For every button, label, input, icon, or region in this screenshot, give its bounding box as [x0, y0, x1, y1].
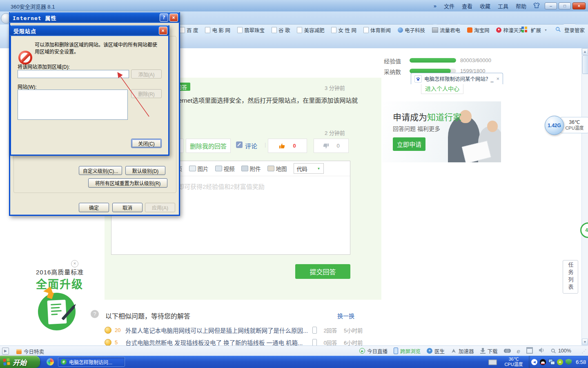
mobile-icon	[312, 327, 317, 334]
insert-image-button[interactable]: 图片	[189, 164, 209, 173]
keyboard-tray-icon[interactable]	[488, 359, 497, 365]
360-health-icon[interactable]: +	[557, 359, 563, 365]
menu-favorites[interactable]: 收藏	[476, 2, 494, 10]
window-mode-icon[interactable]	[526, 347, 533, 355]
promo-line1: 2016高质量标准	[36, 267, 84, 276]
maximize-button[interactable]: □	[559, 2, 571, 9]
code-dropdown[interactable]: 代码 ▼	[294, 163, 324, 174]
cpu-temp-widget: 36℃ CPU温度	[560, 117, 588, 133]
page-scrollbar[interactable]: ▲ ▼	[581, 48, 588, 346]
download-button[interactable]: 下载	[480, 347, 498, 355]
personal-center-button[interactable]: 进入个人中心	[421, 83, 463, 94]
doctor-button[interactable]: + 医生	[427, 347, 445, 355]
insert-video-button[interactable]: 视频	[215, 164, 235, 173]
reset-all-zones-button[interactable]: 将所有区域重置为默认级别(R)	[88, 178, 167, 188]
extensions-button[interactable]: 扩展	[531, 26, 541, 34]
screen: 360安全浏览器 8.1 » 文件 查看 收藏 工具 帮助 – □ × 4091…	[0, 0, 588, 368]
bookmark-item[interactable]: 电 影 网	[205, 26, 230, 34]
bookmark-item[interactable]: 体育新闻	[363, 26, 391, 34]
submit-answer-button[interactable]: 提交回答	[295, 264, 350, 279]
sidebar-toggle-icon[interactable]: ▶	[2, 348, 9, 355]
taskbar-task-button[interactable]: e 电脑怎样限制访问...	[58, 357, 125, 367]
booster-button[interactable]: 加速器	[451, 347, 474, 355]
hidden-icons-chevron-icon[interactable]: ◀	[531, 359, 537, 365]
bookmark-item[interactable]: 美容减肥	[297, 26, 324, 34]
code-caret-icon: ▼	[317, 167, 321, 171]
insert-map-button[interactable]: 地图	[267, 164, 287, 173]
play-icon: ▶	[359, 348, 365, 354]
bookmark-page-icon	[272, 27, 277, 33]
tab-restrict-website-active[interactable]: 电脑怎样限制访问某个网站？_百 ×	[411, 73, 503, 84]
security-shield-icon[interactable]	[566, 359, 572, 365]
menu-help[interactable]: 帮助	[512, 2, 530, 10]
cross-screen-button[interactable]: 跨屏浏览	[394, 347, 421, 355]
live-today-button[interactable]: ▶ 今日直播	[359, 347, 388, 355]
skin-icon[interactable]	[533, 2, 540, 9]
close-dialog-button[interactable]: 关闭(C)	[131, 139, 162, 148]
close-button[interactable]: ×	[572, 2, 586, 9]
bookmark-item[interactable]: 淘宝网	[467, 26, 490, 34]
like-button[interactable]: 0	[268, 139, 307, 153]
drag-handle-icon: ⋮	[514, 27, 518, 33]
dislike-button[interactable]: 0	[314, 139, 349, 153]
change-batch-link[interactable]: 换一换	[337, 312, 354, 320]
zoom-control[interactable]: 100%	[551, 348, 571, 354]
start-label: 开始	[13, 357, 27, 367]
question-link[interactable]: 外星人笔记本电脑用网线可以上网但是插上网线就断网了是什么原因...	[125, 326, 309, 334]
bookmark-item[interactable]: 电子科技	[398, 26, 425, 34]
comment-button[interactable]: 评论	[245, 141, 257, 150]
bookmark-item[interactable]: 翡翠珠宝	[237, 26, 265, 34]
extensions-caret-icon[interactable]: ▼	[544, 29, 547, 31]
menu-overflow-icon[interactable]: »	[430, 3, 440, 9]
internet-properties-titlebar[interactable]: Internet 属性 ? ×	[9, 12, 180, 23]
phone-icon	[394, 348, 398, 354]
ok-button[interactable]: 确定	[79, 203, 109, 212]
statusbar-right-cluster: ▶ 今日直播 跨屏浏览 + 医生 加速器 下载 e	[359, 346, 571, 356]
scrollbar-thumb[interactable]	[582, 55, 588, 74]
default-level-button[interactable]: 默认级别(D)	[125, 166, 165, 175]
task-list-widget[interactable]: 任务列表	[563, 260, 578, 294]
gamepad-icon[interactable]	[504, 348, 511, 354]
quicklaunch-360-icon[interactable]	[47, 358, 54, 366]
dialog-close-icon[interactable]: ×	[169, 13, 178, 22]
extensions-grid-icon[interactable]	[521, 27, 528, 34]
insert-attachment-button[interactable]: 附件	[241, 164, 261, 173]
login-manager-button[interactable]: 登录管家	[564, 26, 585, 34]
ie-icon[interactable]: e	[517, 348, 520, 355]
dialog-close-icon[interactable]: ×	[159, 27, 167, 35]
start-button[interactable]: 开始	[0, 356, 40, 368]
memory-bubble[interactable]: 1.42G	[545, 116, 564, 135]
delete-answer-button[interactable]: 删除我的回答	[186, 139, 231, 153]
restricted-sites-titlebar[interactable]: 受限站点 ×	[10, 25, 169, 36]
bookmark-item[interactable]: 女 性 网	[331, 26, 356, 34]
menu-view[interactable]: 查看	[458, 2, 476, 10]
websites-listbox[interactable]	[18, 90, 128, 120]
daily-deals-button[interactable]: 今日特卖	[16, 348, 44, 355]
scroll-up-icon[interactable]: ▲	[582, 48, 588, 55]
menu-file[interactable]: 文件	[440, 2, 458, 10]
menu-tools[interactable]: 工具	[494, 2, 512, 10]
website-input[interactable]	[18, 70, 129, 78]
cancel-button[interactable]: 取消	[112, 203, 143, 212]
expert-ad-banner[interactable]: 申请成为知道行家 回答问题 福利更多 立即申请	[382, 101, 501, 162]
custom-level-button[interactable]: 自定义级别(C)...	[79, 166, 122, 175]
resize-grip-icon[interactable]: ⋰	[581, 348, 586, 354]
help-icon[interactable]: ?	[160, 13, 168, 22]
browser-statusbar: ▶ 今日特卖 ▶ 今日直播 跨屏浏览 + 医生 加速器	[0, 346, 588, 356]
network-icon[interactable]	[548, 359, 555, 365]
apply-now-button[interactable]: 立即申请	[393, 137, 425, 151]
remove-button: 删除(R)	[131, 89, 162, 98]
minimize-button[interactable]: –	[545, 2, 557, 9]
bookmark-item[interactable]: 百 度	[180, 26, 198, 34]
answer-count: 2回答	[320, 326, 341, 334]
mobile-icon	[312, 339, 317, 346]
promo-close-icon[interactable]: ×	[71, 260, 78, 267]
qq-icon[interactable]	[540, 359, 546, 365]
scroll-down-icon[interactable]: ▼	[582, 339, 588, 345]
speaker-icon[interactable]	[539, 348, 545, 354]
adopt-label: 采纳数	[384, 67, 401, 76]
bookmark-item[interactable]: 流量君电	[432, 26, 460, 34]
dialog-description: 可以添加和删除该区域的网站。该区域中的所有网站都使用区域的安全设置。	[35, 42, 158, 56]
bookmark-item[interactable]: 谷 歌	[272, 26, 290, 34]
tab-close-icon[interactable]: ×	[496, 76, 499, 82]
